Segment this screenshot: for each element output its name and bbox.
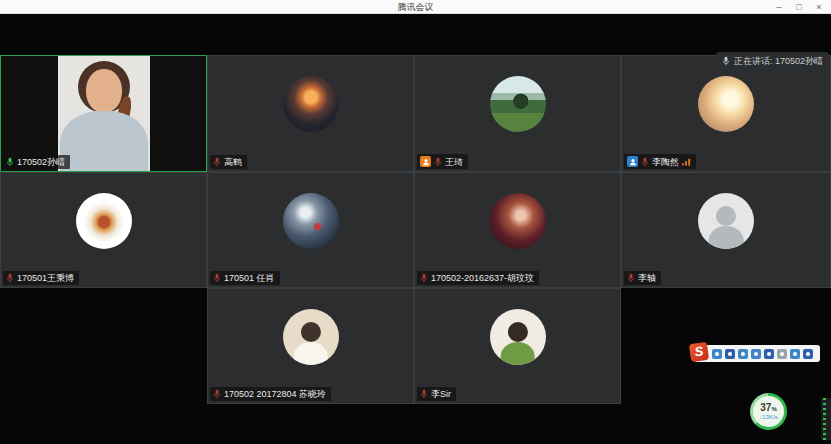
speaking-indicator-text: 正在讲话: 170502孙晴 — [734, 56, 823, 66]
avatar — [283, 309, 339, 365]
webcam-video — [58, 56, 150, 171]
participant-name: 李轴 — [638, 273, 656, 283]
title-bar: 腾讯会议 – □ × — [0, 0, 831, 14]
participant-cell-lisir[interactable]: 李Sir — [414, 288, 621, 404]
participant-name: 王琦 — [445, 157, 463, 167]
participant-cell-huwenwen[interactable]: 170502-20162637-胡玟玟 — [414, 172, 621, 288]
participant-cell-gaohe[interactable]: 高鹤 — [207, 55, 414, 172]
avatar — [283, 193, 339, 249]
participant-name: 170501 任肖 — [224, 273, 275, 283]
avatar — [490, 193, 546, 249]
video-grid: 170502孙晴 高鹤 王琦 — [0, 14, 831, 444]
signal-strength-icon — [682, 158, 691, 166]
participant-name: 李Sir — [431, 389, 451, 399]
mic-icon — [420, 389, 428, 399]
mic-icon — [627, 273, 635, 283]
grid-icon[interactable] — [803, 349, 813, 359]
participant-cell-wangbingbo[interactable]: 170501王秉博 — [0, 172, 207, 288]
mic-icon — [420, 273, 428, 283]
participant-cell-lizhou[interactable]: 李轴 — [621, 172, 831, 288]
ime-toolbar: S — [694, 345, 820, 362]
network-status-inner: 37% ↓13K/s — [753, 396, 784, 427]
avatar — [490, 76, 546, 132]
name-badge: 170502 20172804 苏晓玲 — [210, 387, 331, 401]
mic-icon[interactable] — [751, 349, 761, 359]
keyboard-icon[interactable] — [764, 349, 774, 359]
name-badge: 李轴 — [624, 271, 661, 285]
maximize-button[interactable]: □ — [789, 0, 809, 14]
participant-cell-suxiaoling[interactable]: 170502 20172804 苏晓玲 — [207, 288, 414, 404]
minimize-button[interactable]: – — [769, 0, 789, 14]
network-status-widget[interactable]: 37% ↓13K/s — [750, 393, 787, 430]
network-percent: 37% — [760, 403, 776, 414]
participant-name: 李陶然 — [652, 157, 679, 167]
person-hoodie — [60, 111, 148, 171]
clipboard-icon[interactable] — [777, 349, 787, 359]
window-controls: – □ × — [769, 0, 829, 14]
mic-icon — [434, 157, 442, 167]
participant-name: 170502-20162637-胡玟玟 — [431, 273, 534, 283]
mic-icon — [213, 389, 221, 399]
avatar — [76, 193, 132, 249]
participant-name: 高鹤 — [224, 157, 242, 167]
speaking-indicator-toast: 正在讲话: 170502孙晴 — [716, 52, 829, 70]
name-badge: 王琦 — [417, 154, 468, 169]
person-face — [86, 69, 122, 113]
mic-icon — [6, 157, 14, 167]
mic-icon — [641, 157, 649, 167]
name-badge: 李Sir — [417, 387, 456, 401]
participant-cell-renxiao[interactable]: 170501 任肖 — [207, 172, 414, 288]
participant-name: 170502 20172804 苏晓玲 — [224, 389, 326, 399]
name-badge: 170501 任肖 — [210, 271, 280, 285]
network-speed: ↓13K/s — [759, 414, 777, 421]
participant-name: 170501王秉博 — [17, 273, 74, 283]
name-badge: 高鹤 — [210, 155, 247, 169]
mic-icon — [213, 273, 221, 283]
member-badge-icon — [420, 156, 431, 167]
name-badge: 李陶然 — [624, 154, 696, 169]
meeting-window: { "window": { "title": "腾讯会议", "minimize… — [0, 0, 831, 444]
person-icon[interactable] — [738, 349, 748, 359]
name-badge: 170502-20162637-胡玟玟 — [417, 271, 539, 285]
pen-icon[interactable] — [725, 349, 735, 359]
member-badge-icon — [627, 156, 638, 167]
name-badge: 170501王秉博 — [3, 271, 79, 285]
corner-monitor-widget — [821, 398, 831, 440]
participant-cell-litaoran[interactable]: 李陶然 — [621, 55, 831, 172]
window-title: 腾讯会议 — [0, 0, 831, 14]
avatar — [490, 309, 546, 365]
name-badge: 170502孙晴 — [3, 155, 70, 169]
mic-icon — [6, 273, 14, 283]
avatar-default-silhouette — [698, 193, 754, 249]
mic-icon — [722, 56, 730, 66]
speech-bubble-icon[interactable] — [712, 349, 722, 359]
participant-name: 170502孙晴 — [17, 157, 65, 167]
participant-cell-wangqi[interactable]: 王琦 — [414, 55, 621, 172]
participant-cell-sunqing[interactable]: 170502孙晴 — [0, 55, 207, 172]
mic-icon — [213, 157, 221, 167]
avatar — [698, 76, 754, 132]
shirt-icon[interactable] — [790, 349, 800, 359]
ime-logo[interactable]: S — [689, 342, 709, 362]
close-button[interactable]: × — [809, 0, 829, 14]
avatar — [283, 76, 339, 132]
